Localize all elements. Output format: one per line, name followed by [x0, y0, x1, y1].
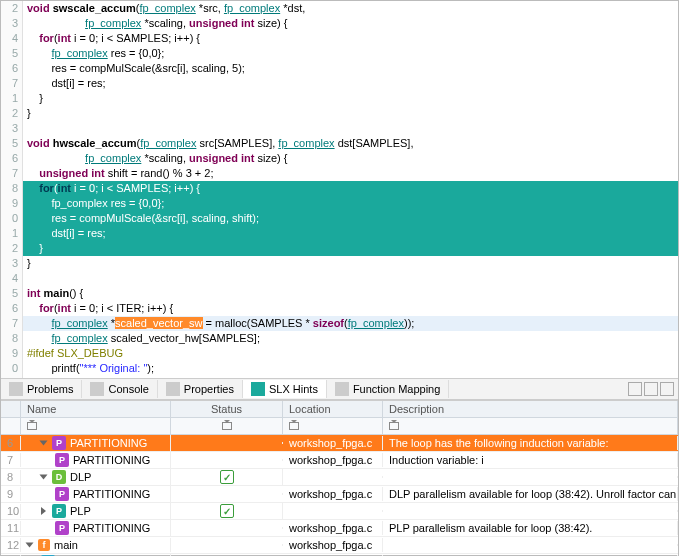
- table-row[interactable]: 11PPARTITIONINGworkshop_fpga.cPLP parall…: [1, 520, 678, 537]
- code-line[interactable]: 1 dst[i] = res;: [1, 226, 678, 241]
- code-line[interactable]: 3 fp_complex *scaling, unsigned int size…: [1, 16, 678, 31]
- category-badge: P: [52, 504, 66, 518]
- hints-grid: Name Status Location Description 6PPARTI…: [1, 400, 678, 555]
- header-rownum[interactable]: [1, 401, 21, 417]
- tree-toggle-icon[interactable]: [26, 543, 34, 548]
- cell-location: [283, 510, 383, 512]
- code-line[interactable]: 2}: [1, 106, 678, 121]
- code-line[interactable]: 6 res = compMulScale(&src[i], scaling, 5…: [1, 61, 678, 76]
- category-badge: P: [55, 521, 69, 535]
- code-line[interactable]: 9 fp_complex res = {0,0};: [1, 196, 678, 211]
- cell-description: [383, 544, 678, 546]
- code-line[interactable]: 7 dst[i] = res;: [1, 76, 678, 91]
- line-gutter: 7: [1, 166, 23, 181]
- code-text: void swscale_accum(fp_complex *src, fp_c…: [23, 1, 678, 16]
- code-line[interactable]: 5int main() {: [1, 286, 678, 301]
- row-number: 11: [1, 521, 21, 535]
- cell-location: workshop_fpga.c: [283, 487, 383, 501]
- cell-name: PPARTITIONING: [21, 486, 171, 502]
- code-line[interactable]: 6 for(int i = 0; i < ITER; i++) {: [1, 301, 678, 316]
- cell-location: workshop_fpga.c: [283, 521, 383, 535]
- table-row[interactable]: 9PPARTITIONINGworkshop_fpga.cDLP paralle…: [1, 486, 678, 503]
- line-gutter: 2: [1, 106, 23, 121]
- filter-description[interactable]: [383, 418, 678, 434]
- table-row[interactable]: 6PPARTITIONINGworkshop_fpga.cThe loop ha…: [1, 435, 678, 452]
- tab-function-mapping[interactable]: Function Mapping: [327, 380, 449, 398]
- cell-status: [171, 493, 283, 495]
- code-line[interactable]: 7 fp_complex *scaled_vector_sw = malloc(…: [1, 316, 678, 331]
- code-text: fp_complex res = {0,0};: [23, 196, 678, 211]
- code-text: }: [23, 241, 678, 256]
- code-text: for(int i = 0; i < SAMPLES; i++) {: [23, 181, 678, 196]
- category-badge: f: [38, 539, 50, 551]
- code-text: fp_complex *scaling, unsigned int size) …: [23, 16, 678, 31]
- line-gutter: 5: [1, 136, 23, 151]
- cell-status: [171, 527, 283, 529]
- cell-status: ✓: [171, 503, 283, 519]
- maximize-icon[interactable]: [660, 382, 674, 396]
- line-gutter: 0: [1, 361, 23, 376]
- tree-toggle-icon[interactable]: [41, 507, 46, 515]
- filter-status[interactable]: [171, 418, 283, 434]
- filter-location[interactable]: [283, 418, 383, 434]
- code-text: }: [23, 106, 678, 121]
- code-line[interactable]: 6 fp_complex *scaling, unsigned int size…: [1, 151, 678, 166]
- header-location[interactable]: Location: [283, 401, 383, 417]
- code-line[interactable]: 2 }: [1, 241, 678, 256]
- table-row[interactable]: 7PPARTITIONINGworkshop_fpga.cInduction v…: [1, 452, 678, 469]
- tab-properties[interactable]: Properties: [158, 380, 243, 398]
- code-line[interactable]: 3: [1, 121, 678, 136]
- code-editor[interactable]: 2void swscale_accum(fp_complex *src, fp_…: [1, 1, 678, 378]
- line-gutter: 5: [1, 286, 23, 301]
- table-row[interactable]: 8DDLP✓: [1, 469, 678, 486]
- code-line[interactable]: 7 unsigned int shift = rand() % 3 + 2;: [1, 166, 678, 181]
- view-menu-icon[interactable]: [628, 382, 642, 396]
- cell-location: workshop_fpga.c: [283, 436, 383, 450]
- code-text: int main() {: [23, 286, 678, 301]
- cell-name: fmain: [21, 538, 171, 552]
- header-status[interactable]: Status: [171, 401, 283, 417]
- code-line[interactable]: 0 res = compMulScale(&src[i], scaling, s…: [1, 211, 678, 226]
- filter-name[interactable]: [21, 418, 171, 434]
- header-name[interactable]: Name: [21, 401, 171, 417]
- line-gutter: 8: [1, 331, 23, 346]
- line-gutter: 9: [1, 346, 23, 361]
- line-gutter: 7: [1, 76, 23, 91]
- line-gutter: 1: [1, 376, 23, 378]
- cell-location: [283, 476, 383, 478]
- row-name-label: DLP: [70, 471, 91, 483]
- row-number: 10: [1, 504, 21, 518]
- code-text: fp_complex *scaling, unsigned int size) …: [23, 151, 678, 166]
- code-line[interactable]: 8 for(int i = 0; i < SAMPLES; i++) {: [1, 181, 678, 196]
- check-icon: ✓: [220, 470, 234, 484]
- code-line[interactable]: 4 for(int i = 0; i < SAMPLES; i++) {: [1, 31, 678, 46]
- tab-slx-hints[interactable]: SLX Hints: [243, 380, 327, 398]
- code-line[interactable]: 5void hwscale_accum(fp_complex src[SAMPL…: [1, 136, 678, 151]
- table-row[interactable]: 10PPLP✓: [1, 503, 678, 520]
- minimize-icon[interactable]: [644, 382, 658, 396]
- row-number: 8: [1, 470, 21, 484]
- code-line[interactable]: 4: [1, 271, 678, 286]
- code-line[interactable]: 2void swscale_accum(fp_complex *src, fp_…: [1, 1, 678, 16]
- tree-toggle-icon[interactable]: [40, 475, 48, 480]
- code-line[interactable]: 1 dump(data_vector, SAMPLES);: [1, 376, 678, 378]
- code-line[interactable]: 9#ifdef SLX_DEBUG: [1, 346, 678, 361]
- code-line[interactable]: 5 fp_complex res = {0,0};: [1, 46, 678, 61]
- tab-label: Console: [108, 383, 148, 395]
- filter-icon: [222, 422, 232, 430]
- code-line[interactable]: 8 fp_complex scaled_vector_hw[SAMPLES];: [1, 331, 678, 346]
- tab-problems[interactable]: Problems: [1, 380, 82, 398]
- line-gutter: 8: [1, 181, 23, 196]
- tab-console[interactable]: Console: [82, 380, 157, 398]
- hints-icon: [251, 382, 265, 396]
- cell-name: PPLP: [21, 503, 171, 519]
- tree-toggle-icon[interactable]: [40, 441, 48, 446]
- table-row[interactable]: 12fmainworkshop_fpga.c: [1, 537, 678, 554]
- code-line[interactable]: 1 }: [1, 91, 678, 106]
- code-line[interactable]: 3}: [1, 256, 678, 271]
- header-description[interactable]: Description: [383, 401, 678, 417]
- cell-name: DDLP: [21, 469, 171, 485]
- code-line[interactable]: 0 printf("*** Original: ");: [1, 361, 678, 376]
- warning-icon: [9, 382, 23, 396]
- row-name-label: PLP: [70, 505, 91, 517]
